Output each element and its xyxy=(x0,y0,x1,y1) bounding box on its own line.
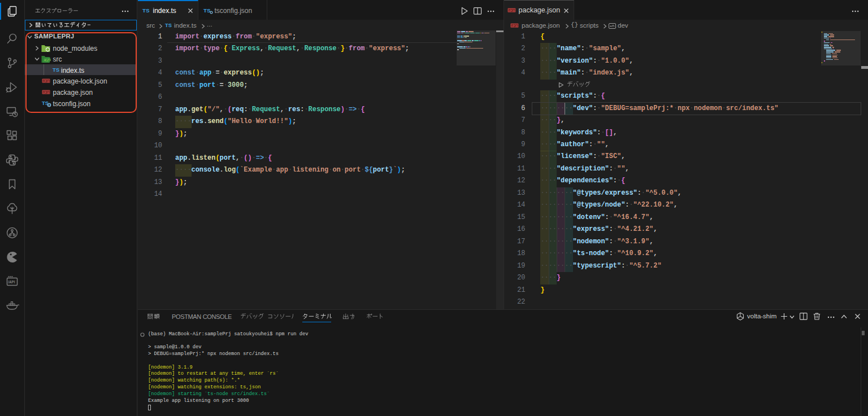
svg-text:/API: /API xyxy=(8,280,15,284)
